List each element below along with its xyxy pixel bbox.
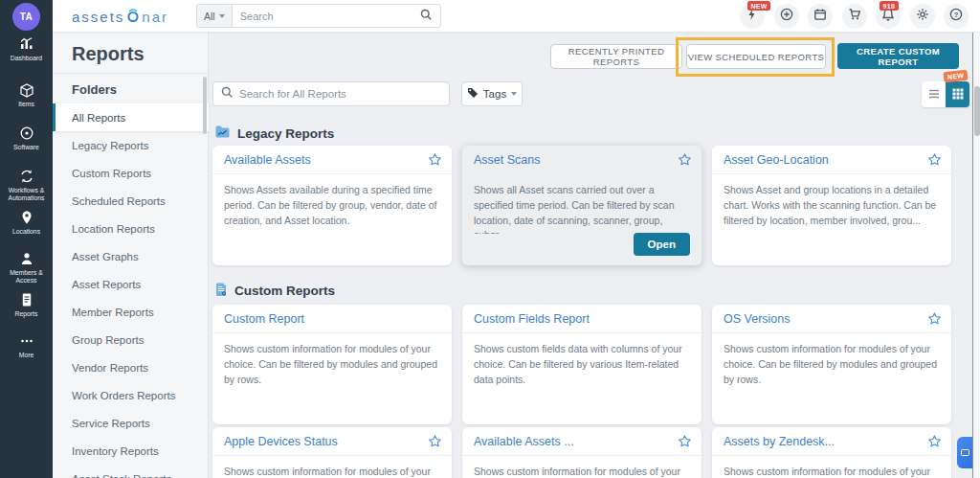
sidebar-item-label: Software — [13, 144, 39, 151]
topbar: assets nar All — [53, 0, 980, 33]
view-scheduled-reports-button[interactable]: VIEW SCHEDULED REPORTS — [686, 44, 826, 69]
report-link[interactable]: Custom Fields Report — [474, 312, 590, 326]
star-icon[interactable] — [678, 434, 692, 448]
report-card-asset-scans[interactable]: Asset Scans Shows all Asset scans carrie… — [462, 146, 702, 265]
add-button[interactable] — [774, 4, 799, 29]
reports-search-input[interactable] — [239, 88, 441, 100]
recently-printed-reports-button[interactable]: RECENTLY PRINTED REPORTS — [550, 44, 682, 69]
folders-scrollbar[interactable] — [203, 77, 207, 134]
star-icon[interactable] — [428, 152, 442, 167]
report-description: Shows Asset and group locations in a det… — [712, 174, 951, 234]
calendar-button[interactable] — [808, 4, 833, 29]
report-description: Shows custom information for modules of … — [212, 456, 452, 478]
sidebar-item-software[interactable]: Software — [0, 125, 53, 151]
report-link[interactable]: Apple Devices Status — [224, 435, 338, 448]
grid-view-button[interactable] — [946, 81, 969, 107]
star-icon[interactable] — [927, 311, 942, 326]
settings-button[interactable] — [910, 4, 935, 29]
view-toggle — [922, 81, 969, 107]
sidebar-item-locations[interactable]: Locations — [0, 210, 53, 236]
sidebar-item-more[interactable]: More — [0, 333, 53, 359]
create-custom-report-button[interactable]: CREATE CUSTOM REPORT — [837, 43, 959, 69]
sidebar-item-items[interactable]: Items — [0, 82, 53, 108]
report-link[interactable]: Asset Scans — [474, 153, 540, 167]
folder-item-asset-stock-reports[interactable]: Asset Stock Reports — [53, 465, 209, 478]
members-person-icon — [19, 251, 34, 266]
software-disc-icon — [19, 125, 34, 141]
section-title: Legacy Reports — [237, 126, 334, 141]
report-card-custom-fields-report[interactable]: Custom Fields Report Shows custom fields… — [462, 305, 702, 424]
sidebar-item-members[interactable]: Members & Access — [0, 251, 53, 285]
folder-item-asset-graphs[interactable]: Asset Graphs — [53, 242, 209, 270]
user-avatar[interactable]: TA — [12, 3, 40, 31]
grid-view-icon — [952, 86, 964, 103]
star-icon[interactable] — [927, 434, 942, 448]
folder-item-all-reports[interactable]: All Reports — [53, 103, 209, 131]
star-icon[interactable] — [428, 434, 442, 448]
open-report-button[interactable]: Open — [634, 233, 690, 256]
report-card-custom-report[interactable]: Custom Report Shows custom information f… — [212, 305, 452, 424]
folder-item-vendor-reports[interactable]: Vendor Reports — [53, 353, 209, 381]
report-link[interactable]: Custom Report — [224, 312, 304, 326]
section-legacy-reports: Legacy Reports — [214, 125, 334, 142]
report-card-available-assets-2[interactable]: Available Assets ... Shows custom inform… — [462, 427, 702, 478]
star-icon[interactable] — [678, 152, 692, 167]
sidebar-item-workflows[interactable]: Workflows & Automations — [0, 169, 53, 203]
sidebar-item-label: Dashboard — [11, 55, 42, 62]
section-title: Custom Reports — [234, 284, 335, 298]
folder-item-service-reports[interactable]: Service Reports — [53, 409, 209, 437]
search-scope-value: All — [204, 11, 215, 22]
report-description: Shows custom fields data with columns of… — [462, 333, 702, 393]
report-card-assets-by-zendesk[interactable]: Assets by Zendesk... Shows custom inform… — [712, 427, 951, 478]
report-description: Shows custom information for modules of … — [462, 456, 702, 478]
report-link[interactable]: Assets by Zendesk... — [724, 435, 835, 448]
star-icon[interactable] — [927, 152, 942, 167]
report-link[interactable]: Available Assets ... — [474, 435, 574, 448]
more-ellipsis-icon — [19, 333, 34, 349]
primary-sidebar: TA Dashboard Items Software Workflows & … — [0, 0, 53, 478]
folder-item-custom-reports[interactable]: Custom Reports — [53, 159, 209, 187]
report-description: Shows custom information for modules of … — [212, 333, 452, 393]
sidebar-item-label: More — [19, 352, 34, 359]
report-card-available-assets[interactable]: Available Assets Shows Assets available … — [212, 146, 452, 265]
report-card-apple-devices-status[interactable]: Apple Devices Status Shows custom inform… — [212, 427, 452, 478]
calendar-icon — [813, 8, 827, 25]
report-card-asset-geo-location[interactable]: Asset Geo-Location Shows Asset and group… — [712, 146, 951, 265]
global-search: All — [196, 4, 441, 28]
folder-item-location-reports[interactable]: Location Reports — [53, 215, 209, 242]
new-feature-badge: NEW — [747, 1, 770, 11]
cart-button[interactable] — [842, 4, 867, 29]
folder-item-member-reports[interactable]: Member Reports — [53, 298, 209, 326]
main-content: RECENTLY PRINTED REPORTS VIEW SCHEDULED … — [209, 33, 972, 478]
report-link[interactable]: Available Assets — [224, 153, 311, 167]
search-icon[interactable] — [420, 8, 433, 25]
tags-filter-button[interactable]: Tags — [461, 81, 523, 106]
scrollbar-thumb[interactable] — [974, 86, 980, 136]
report-link[interactable]: Asset Geo-Location — [724, 153, 829, 167]
sidebar-item-reports[interactable]: Reports — [0, 292, 53, 318]
search-icon — [221, 85, 234, 102]
search-scope-dropdown[interactable]: All — [197, 5, 233, 27]
report-link[interactable]: OS Versions — [724, 312, 790, 326]
sidebar-item-dashboard[interactable]: Dashboard — [0, 36, 53, 62]
topbar-icon-row: ? — [740, 4, 969, 29]
sidebar-item-label: Reports — [15, 310, 38, 318]
folder-item-asset-reports[interactable]: Asset Reports — [53, 270, 209, 298]
report-card-os-versions[interactable]: OS Versions Shows custom information for… — [712, 305, 951, 424]
list-view-button[interactable] — [922, 81, 946, 107]
page-scrollbar[interactable] — [972, 33, 980, 478]
chevron-down-icon — [219, 14, 225, 18]
folder-item-work-orders-reports[interactable]: Work Orders Reports — [53, 381, 209, 409]
location-pin-icon — [19, 210, 34, 225]
folder-item-scheduled-reports[interactable]: Scheduled Reports — [53, 187, 209, 215]
svg-text:?: ? — [954, 11, 959, 19]
chat-widget[interactable] — [957, 437, 973, 468]
assetsonar-logo[interactable]: assets nar — [72, 7, 168, 26]
folder-item-legacy-reports[interactable]: Legacy Reports — [53, 131, 209, 159]
folder-item-inventory-reports[interactable]: Inventory Reports — [53, 437, 209, 465]
help-button[interactable]: ? — [944, 4, 969, 29]
notification-count-badge: 918 — [880, 1, 899, 11]
folder-item-group-reports[interactable]: Group Reports — [53, 326, 209, 353]
sidebar-item-label: Workflows & Automations — [0, 187, 53, 203]
global-search-input[interactable] — [233, 11, 420, 22]
